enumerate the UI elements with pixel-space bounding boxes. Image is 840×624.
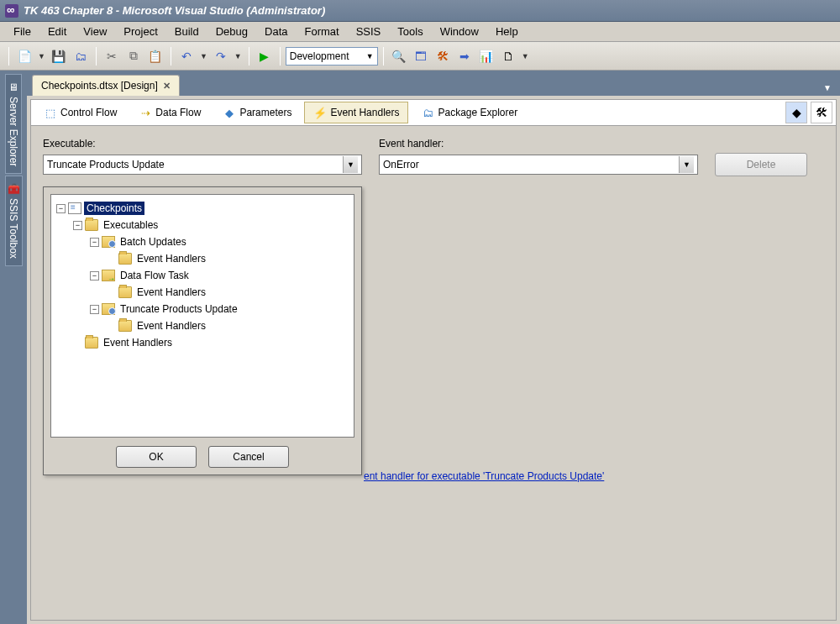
toolbar-tool-3[interactable]: 🛠 (433, 46, 453, 66)
menu-edit[interactable]: Edit (39, 24, 75, 39)
folder-icon (85, 337, 98, 349)
menu-debug[interactable]: Debug (207, 24, 256, 39)
task-icon (102, 303, 115, 315)
chevron-down-icon: ▼ (366, 52, 374, 60)
create-handler-link[interactable]: ent handler for executable 'Truncate Pro… (364, 470, 604, 482)
event-handler-panel: Executable: Truncate Products Update ▼ E… (30, 126, 837, 621)
window-titlebar: TK 463 Chapter 8 - Microsoft Visual Stud… (0, 0, 840, 22)
tree-toggle[interactable]: − (90, 238, 99, 247)
tree-toggle[interactable]: − (56, 204, 66, 213)
tree-node-data-flow-task[interactable]: Data Flow Task (118, 269, 192, 282)
new-project-button[interactable]: 📄 (14, 46, 34, 66)
tree-node-event-handlers-2[interactable]: Event Handlers (134, 286, 208, 299)
tab-data-flow-label: Data Flow (155, 107, 201, 118)
ok-button[interactable]: OK (116, 446, 197, 468)
designer-tool-1[interactable]: ◆ (785, 102, 807, 123)
window-title: TK 463 Chapter 8 - Microsoft Visual Stud… (24, 4, 325, 17)
paste-button[interactable]: 📋 (145, 46, 165, 66)
tab-parameters[interactable]: ◆ Parameters (213, 102, 301, 123)
designer-tabs: ⬚ Control Flow ⇢ Data Flow ◆ Parameters … (30, 99, 837, 126)
toolbar-tool-1[interactable]: 🔍 (389, 46, 409, 66)
save-button[interactable]: 💾 (49, 46, 69, 66)
menu-build[interactable]: Build (166, 24, 207, 39)
package-icon (68, 202, 81, 214)
handler-label: Event handler: (379, 138, 698, 149)
menu-view[interactable]: View (75, 24, 115, 39)
menu-window[interactable]: Window (432, 24, 487, 39)
tab-data-flow[interactable]: ⇢ Data Flow (129, 102, 210, 123)
menu-data[interactable]: Data (256, 24, 296, 39)
redo-button[interactable]: ↷ (211, 46, 231, 66)
tree-node-event-handlers-1[interactable]: Event Handlers (134, 252, 208, 265)
tab-overflow-dropdown[interactable]: ▼ (820, 80, 835, 96)
control-flow-icon: ⬚ (44, 106, 57, 119)
tab-event-handlers-label: Event Handlers (330, 107, 399, 118)
side-tab-well: 🖥 Server Explorer 🧰 SSIS Toolbox (0, 71, 27, 624)
tab-control-flow[interactable]: ⬚ Control Flow (34, 102, 126, 123)
delete-button[interactable]: Delete (715, 153, 807, 176)
tree-toggle[interactable]: − (90, 305, 99, 314)
package-explorer-icon: 🗂 (421, 106, 434, 119)
menu-project[interactable]: Project (115, 24, 165, 39)
toolbar-tool-4[interactable]: ➡ (454, 46, 475, 66)
folder-icon (118, 253, 132, 265)
menu-tools[interactable]: Tools (389, 24, 431, 39)
start-debug-button[interactable]: ▶ (255, 46, 275, 66)
cancel-button[interactable]: Cancel (208, 446, 289, 468)
tree-node-executables[interactable]: Executables (101, 218, 160, 232)
tree-node-batch-updates[interactable]: Batch Updates (118, 235, 189, 249)
tab-control-flow-label: Control Flow (60, 107, 117, 118)
tree-toggle[interactable]: − (73, 221, 82, 230)
tree-node-event-handlers-3[interactable]: Event Handlers (134, 319, 208, 333)
server-explorer-icon: 🖥 (8, 81, 18, 93)
data-flow-icon: ⇢ (139, 106, 152, 119)
toolbar-grip (8, 47, 9, 66)
event-handlers-icon: ⚡ (313, 106, 327, 119)
save-all-button[interactable]: 🗂 (71, 46, 91, 66)
side-tab-ssis-toolbox-label: SSIS Toolbox (8, 198, 19, 259)
redo-dropdown[interactable]: ▼ (233, 52, 244, 60)
menu-bar: File Edit View Project Build Debug Data … (0, 22, 840, 42)
vs-logo-icon (5, 4, 18, 18)
new-dropdown[interactable]: ▼ (36, 52, 47, 60)
tab-package-explorer[interactable]: 🗂 Package Explorer (412, 102, 527, 123)
menu-ssis[interactable]: SSIS (348, 24, 390, 39)
executable-value: Truncate Products Update (47, 159, 165, 170)
close-tab-icon[interactable]: ✕ (163, 81, 171, 92)
executable-tree[interactable]: − Checkpoints − Executables − Batch (50, 194, 354, 438)
tab-event-handlers[interactable]: ⚡ Event Handlers (304, 102, 408, 123)
handler-combo-arrow[interactable]: ▼ (679, 156, 694, 173)
handler-combo[interactable]: OnError ▼ (379, 155, 698, 175)
undo-button[interactable]: ↶ (176, 46, 197, 66)
side-tab-server-explorer[interactable]: 🖥 Server Explorer (5, 74, 22, 174)
folder-icon (85, 219, 98, 231)
toolbar-tool-6[interactable]: 🗋 (498, 46, 518, 66)
menu-format[interactable]: Format (296, 24, 347, 39)
toolbar-tool-6-dropdown[interactable]: ▼ (520, 52, 531, 60)
copy-button[interactable]: ⧉ (123, 46, 144, 66)
document-tab-bar: Checkpoints.dtsx [Design] ✕ ▼ (27, 71, 840, 96)
designer-tool-2[interactable]: 🛠 (811, 102, 832, 123)
toolbar-tool-5[interactable]: 📊 (476, 46, 496, 66)
executable-combo-arrow[interactable]: ▼ (343, 156, 358, 173)
toolbar: 📄▼ 💾 🗂 ✂ ⧉ 📋 ↶▼ ↷▼ ▶ Development ▼ 🔍 🗔 🛠… (0, 42, 840, 71)
document-tab-checkpoints[interactable]: Checkpoints.dtsx [Design] ✕ (32, 75, 180, 96)
menu-file[interactable]: File (5, 24, 39, 39)
undo-dropdown[interactable]: ▼ (198, 52, 209, 60)
tree-node-event-handlers-root[interactable]: Event Handlers (101, 336, 175, 349)
toolbar-tool-2[interactable]: 🗔 (411, 46, 431, 66)
tree-toggle[interactable]: − (90, 271, 99, 281)
ssis-toolbox-icon: 🧰 (8, 183, 20, 195)
solution-config-combo[interactable]: Development ▼ (286, 47, 378, 66)
solution-config-value: Development (290, 50, 349, 62)
tree-node-checkpoints[interactable]: Checkpoints (84, 202, 144, 215)
menu-help[interactable]: Help (487, 24, 527, 39)
task-icon (102, 236, 115, 248)
tree-node-truncate[interactable]: Truncate Products Update (118, 302, 240, 316)
side-tab-ssis-toolbox[interactable]: 🧰 SSIS Toolbox (5, 176, 23, 266)
folder-icon (118, 286, 132, 298)
cut-button[interactable]: ✂ (102, 46, 122, 66)
executable-combo[interactable]: Truncate Products Update ▼ (43, 155, 362, 175)
executable-label: Executable: (43, 138, 362, 149)
folder-icon (118, 320, 132, 332)
